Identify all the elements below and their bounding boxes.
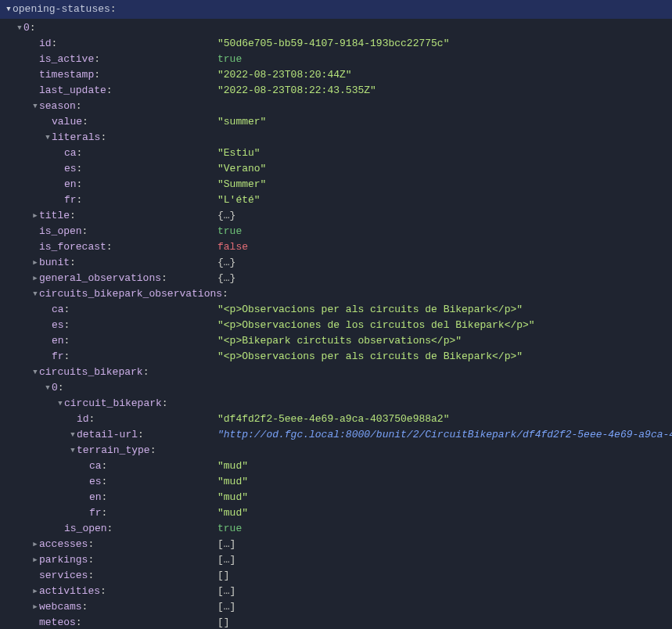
title-row[interactable]: ▶ title: {…} [0,208,672,224]
key-label: circuit_bikepark: [64,396,168,412]
services-row: services: [] [0,568,672,584]
value-boolean: true [217,52,242,67]
value-string: "mud" [217,458,248,474]
key-label: es: [89,474,107,490]
key-label: circuits_bikepark_observations: [39,286,228,302]
key-label: value: [52,114,88,130]
key-label: general_observations: [39,271,167,286]
cbo-es-row: es: "<p>Observaciones de los circuitos d… [0,318,672,333]
key-label: 0: [23,20,36,36]
cbo-en-row: en: "<p>Bikepark circtuits observations<… [0,333,672,349]
chevron-down-icon[interactable]: ▼ [5,2,13,17]
value-boolean: true [217,224,242,239]
key-label: parkings: [39,552,94,568]
chevron-right-icon[interactable]: ▶ [31,208,39,224]
activities-row[interactable]: ▶ activities: […] [0,584,672,599]
key-label: is_open: [39,224,88,239]
key-label: meteos: [39,615,82,629]
cbo-fr-row: fr: "<p>Observacions per als circuits de… [0,349,672,365]
value-string: "<p>Observaciones de los circuitos del B… [217,318,535,333]
circuits-bikepark-row[interactable]: ▼ circuits_bikepark: [0,365,672,380]
key-label: services: [39,568,94,584]
key-label: fr: [52,349,70,365]
value-object: {…} [217,271,235,286]
value-array: [] [217,568,230,584]
value-url[interactable]: "http://od.fgc.local:8000/bunit/2/Circui… [217,427,672,443]
value-array: […] [217,552,235,568]
tt-en-row: en: "mud" [0,490,672,505]
is-open-row: is_open: true [0,224,672,239]
key-label: timestamp: [39,67,100,83]
chevron-right-icon[interactable]: ▶ [31,584,39,599]
chevron-down-icon[interactable]: ▼ [16,20,23,36]
value-array: […] [217,599,235,615]
literals-row[interactable]: ▼ literals: [0,130,672,146]
cb-index-0-row[interactable]: ▼ 0: [0,380,672,396]
cb-is-open-row: is_open: true [0,521,672,537]
value-object: {…} [217,208,235,224]
chevron-down-icon[interactable]: ▼ [31,365,39,380]
chevron-down-icon[interactable]: ▼ [31,99,39,114]
key-label: is_open: [64,521,113,537]
value-string: "<p>Bikepark circtuits observations</p>" [217,333,462,349]
key-label: activities: [39,584,106,599]
key-label: webcams: [39,599,88,615]
terrain-type-row[interactable]: ▼ terrain_type: [0,443,672,458]
parkings-row[interactable]: ▶ parkings: […] [0,552,672,568]
key-label: fr: [64,192,82,208]
key-label: is_active: [39,52,100,67]
chevron-down-icon[interactable]: ▼ [31,286,39,302]
key-label: 0: [52,380,64,396]
key-label: circuits_bikepark: [39,365,149,380]
root-key: opening-statuses: [13,2,117,17]
circuit-bikepark-item-row[interactable]: ▼ circuit_bikepark: [0,396,672,412]
chevron-down-icon[interactable]: ▼ [69,427,77,443]
key-label: fr: [89,505,107,521]
index-0-row[interactable]: ▼ 0: [0,20,672,36]
key-label: en: [64,177,82,192]
chevron-right-icon[interactable]: ▶ [31,537,39,552]
cb-id-row: id: "df4fd2f2-5eee-4e69-a9ca-403750e988a… [0,412,672,427]
root-row[interactable]: ▼ opening-statuses: [0,0,672,19]
value-boolean: true [217,521,242,537]
literals-en-row: en: "Summer" [0,177,672,192]
detail-url-row[interactable]: ▼ detail-url: "http://od.fgc.local:8000/… [0,427,672,443]
key-label: ca: [89,458,107,474]
value-string: "50d6e705-bb59-4107-9184-193bcc22775c" [217,36,449,52]
literals-ca-row: ca: "Estiu" [0,146,672,161]
value-array: […] [217,537,235,552]
value-string: "mud" [217,505,248,521]
season-row[interactable]: ▼ season: [0,99,672,114]
json-tree: ▼ 0: id: "50d6e705-bb59-4107-9184-193bcc… [0,19,672,629]
chevron-down-icon[interactable]: ▼ [69,443,77,458]
circuits-bikepark-observations-row[interactable]: ▼ circuits_bikepark_observations: [0,286,672,302]
chevron-down-icon[interactable]: ▼ [56,396,64,412]
value-string: "Estiu" [217,146,261,161]
tt-fr-row: fr: "mud" [0,505,672,521]
key-label: literals: [52,130,106,146]
chevron-right-icon[interactable]: ▶ [31,255,39,271]
chevron-down-icon[interactable]: ▼ [44,380,52,396]
value-string: "df4fd2f2-5eee-4e69-a9ca-403750e988a2" [217,412,449,427]
chevron-down-icon[interactable]: ▼ [44,130,52,146]
value-string: "2022-08-23T08:20:44Z" [217,67,352,83]
webcams-row[interactable]: ▶ webcams: […] [0,599,672,615]
general-observations-row[interactable]: ▶ general_observations: {…} [0,271,672,286]
id-row: id: "50d6e705-bb59-4107-9184-193bcc22775… [0,36,672,52]
key-label: last_update: [39,83,113,99]
bunit-row[interactable]: ▶ bunit: {…} [0,255,672,271]
key-label: id: [77,412,95,427]
value-string: "summer" [217,114,266,130]
is-forecast-row: is_forecast: false [0,239,672,255]
key-label: es: [64,161,82,177]
value-string: "mud" [217,490,248,505]
key-label: en: [52,333,70,349]
accesses-row[interactable]: ▶ accesses: […] [0,537,672,552]
chevron-right-icon[interactable]: ▶ [31,271,39,286]
key-label: id: [39,36,57,52]
key-label: es: [52,318,70,333]
chevron-right-icon[interactable]: ▶ [31,552,39,568]
chevron-right-icon[interactable]: ▶ [31,599,39,615]
value-string: "<p>Observacions per als circuits de Bik… [217,302,523,318]
key-label: is_forecast: [39,239,113,255]
